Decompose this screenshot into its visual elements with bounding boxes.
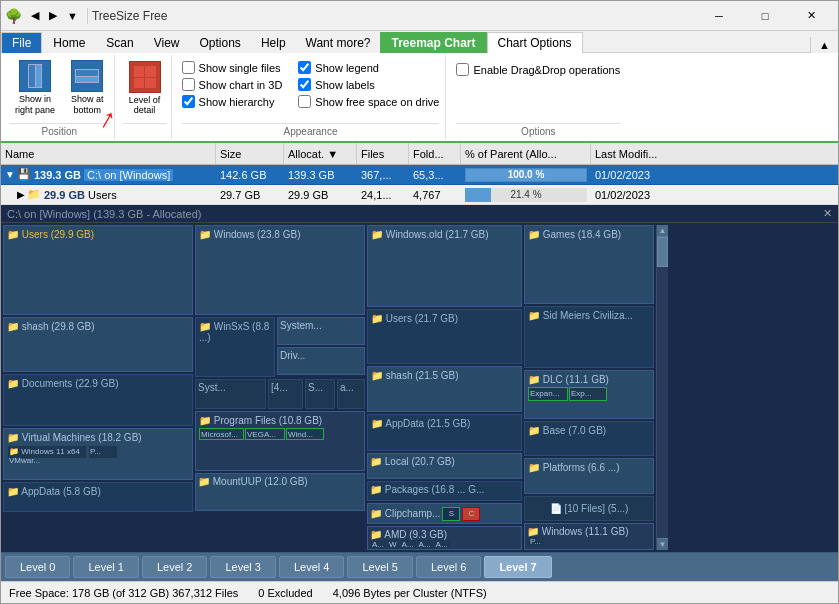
treemap-cell-winsxs[interactable]: 📁 WinSxS (8.8 ...) — [195, 317, 275, 377]
scroll-down-btn[interactable]: ▼ — [657, 538, 668, 550]
show-chart-3d-input[interactable] — [182, 78, 195, 91]
show-single-files-input[interactable] — [182, 61, 195, 74]
tab-help[interactable]: Help — [251, 33, 296, 53]
th-pct[interactable]: % of Parent (Allo... — [461, 143, 591, 164]
treemap-scrollbar[interactable]: ▲ ▼ — [656, 225, 668, 550]
forward-btn[interactable]: ▶ — [44, 7, 62, 24]
tab-options[interactable]: Options — [190, 33, 251, 53]
treemap-cell-mountuup[interactable]: 📁 MountUUP (12.0 GB) — [195, 473, 365, 511]
status-free-space: Free Space: 178 GB (of 312 GB) 367,312 F… — [9, 587, 238, 599]
close-btn[interactable]: ✕ — [788, 1, 834, 31]
treemap-cell-platforms[interactable]: 📁 Platforms (6.6 ...) — [524, 458, 654, 494]
show-right-pane-btn[interactable]: Show inright pane — [9, 56, 61, 120]
treemap-cell-users2[interactable]: 📁 Users (21.7 GB) — [367, 309, 522, 364]
main-window: 🌳 ◀ ▶ ▼ TreeSize Free ─ □ ✕ File Home Sc… — [0, 0, 839, 604]
treemap-cell-vms[interactable]: 📁 Virtual Machines (18.2 GB) 📁 Windows 1… — [3, 428, 193, 480]
cell-games-label: 📁 Games (18.4 GB) — [528, 229, 650, 240]
title-bar: 🌳 ◀ ▶ ▼ TreeSize Free ─ □ ✕ — [1, 1, 838, 31]
treemap-cell-driv[interactable]: Driv... — [277, 347, 365, 375]
position-group-label: Position — [9, 123, 110, 139]
status-excluded: 0 Excluded — [258, 587, 312, 599]
level-4-btn[interactable]: Level 4 — [279, 556, 344, 578]
mountuup-label: 📁 MountUUP (12.0 GB) — [198, 476, 362, 508]
cell-dlc-label: 📁 DLC (11.1 GB) — [528, 374, 650, 385]
enable-dragdrop-check[interactable]: Enable Drag&Drop operations — [456, 63, 620, 76]
level-6-btn[interactable]: Level 6 — [416, 556, 481, 578]
table-row-users[interactable]: ▶ 📁 29.9 GB Users 29.7 GB 29.9 GB 24,1..… — [1, 185, 838, 205]
table-row-drive[interactable]: ▼ 💾 139.3 GB C:\ on [Windows] 142.6 GB 1… — [1, 165, 838, 185]
show-at-bottom-btn[interactable]: Show atbottom — [65, 56, 110, 120]
treemap-cell-syst[interactable]: Syst... — [195, 379, 266, 409]
level-2-btn[interactable]: Level 2 — [142, 556, 207, 578]
treemap-cell-shash2[interactable]: 📁 shash (21.5 GB) — [367, 366, 522, 412]
users-expand-icon[interactable]: ▶ — [17, 189, 25, 200]
show-labels-input[interactable] — [298, 78, 311, 91]
tab-want-more[interactable]: Want more? — [296, 33, 381, 53]
level-7-btn[interactable]: Level 7 — [484, 556, 551, 578]
enable-dragdrop-input[interactable] — [456, 63, 469, 76]
th-size[interactable]: Size — [216, 143, 284, 164]
tab-home[interactable]: Home — [42, 32, 96, 53]
show-single-files-check[interactable]: Show single files — [182, 61, 283, 74]
th-folders[interactable]: Fold... — [409, 143, 461, 164]
treemap-cell-progfiles[interactable]: 📁 Program Files (10.8 GB) Microsof... VE… — [195, 411, 365, 471]
treemap-cell-clipchamp[interactable]: 📁 Clipchamp... S C — [367, 503, 522, 523]
treemap-main[interactable]: 📁 Users (29.9 GB) 📁 shash (29.8 GB) 📁 Do… — [1, 223, 838, 552]
level-5-btn[interactable]: Level 5 — [347, 556, 412, 578]
treemap-cell-packages[interactable]: 📁 Packages (16.8 ... G... — [367, 481, 522, 501]
maximize-btn[interactable]: □ — [742, 1, 788, 31]
up-btn[interactable]: ▼ — [62, 8, 83, 24]
scroll-thumb[interactable] — [657, 237, 668, 267]
clip-c: C — [462, 507, 480, 521]
treemap-cell-windowsold[interactable]: 📁 Windows.old (21.7 GB) — [367, 225, 522, 307]
th-files[interactable]: Files — [357, 143, 409, 164]
level-of-detail-btn[interactable]: Level ofdetail — [123, 55, 167, 121]
clip-s: S — [442, 507, 460, 521]
th-name[interactable]: Name — [1, 143, 216, 164]
treemap-cell-users[interactable]: 📁 Users (29.9 GB) — [3, 225, 193, 315]
treemap-cell-s[interactable]: S... — [305, 379, 335, 409]
show-hierarchy-input[interactable] — [182, 95, 195, 108]
show-free-drive-input[interactable] — [298, 95, 311, 108]
tab-chart-options[interactable]: Chart Options — [487, 32, 583, 53]
show-legend-check[interactable]: Show legend — [298, 61, 439, 74]
treemap-cell-sid[interactable]: 📁 Sid Meiers Civiliza... — [524, 306, 654, 368]
show-free-drive-check[interactable]: Show free space on drive — [298, 95, 439, 108]
treemap-cell-base[interactable]: 📁 Base (7.0 GB) — [524, 421, 654, 457]
show-legend-input[interactable] — [298, 61, 311, 74]
show-at-bottom-label: Show atbottom — [71, 94, 104, 116]
treemap-cell-documents[interactable]: 📁 Documents (22.9 GB) — [3, 374, 193, 426]
treemap-cell-windows[interactable]: 📁 Windows (23.8 GB) — [195, 225, 365, 315]
ribbon-collapse-btn[interactable]: ▲ — [810, 37, 838, 53]
tab-treemap-chart[interactable]: Treemap Chart — [380, 32, 486, 53]
treemap-cell-10files[interactable]: 📄 [10 Files] (5...) — [524, 496, 654, 521]
treemap-cell-4[interactable]: [4... — [268, 379, 303, 409]
level-0-btn[interactable]: Level 0 — [5, 556, 70, 578]
back-btn[interactable]: ◀ — [26, 7, 44, 24]
tab-file[interactable]: File — [1, 32, 42, 53]
th-modified[interactable]: Last Modifi... — [591, 143, 681, 164]
th-alloc[interactable]: Allocat. ▼ — [284, 143, 357, 164]
treemap-cell-dlc[interactable]: 📁 DLC (11.1 GB) Expan... Exp... — [524, 370, 654, 419]
scroll-up-btn[interactable]: ▲ — [657, 225, 668, 237]
show-labels-check[interactable]: Show labels — [298, 78, 439, 91]
treemap-cell-appdata-small[interactable]: 📁 AppData (5.8 GB) — [3, 482, 193, 512]
level-3-btn[interactable]: Level 3 — [210, 556, 275, 578]
options-checks: Enable Drag&Drop operations — [456, 55, 620, 121]
treemap-cell-games[interactable]: 📁 Games (18.4 GB) — [524, 225, 654, 304]
expand-icon[interactable]: ▼ — [5, 169, 15, 180]
show-chart-3d-check[interactable]: Show chart in 3D — [182, 78, 283, 91]
minimize-btn[interactable]: ─ — [696, 1, 742, 31]
treemap-cell-system-sub[interactable]: System... — [277, 317, 365, 345]
tab-scan[interactable]: Scan — [96, 33, 143, 53]
treemap-cell-windows-sub[interactable]: 📁 Windows (11.1 GB) P... — [524, 523, 654, 550]
treemap-cell-a[interactable]: a... — [337, 379, 365, 409]
treemap-close-btn[interactable]: ✕ — [823, 207, 832, 220]
show-hierarchy-check[interactable]: Show hierarchy — [182, 95, 283, 108]
tab-view[interactable]: View — [144, 33, 190, 53]
treemap-cell-appdata[interactable]: 📁 AppData (21.5 GB) — [367, 414, 522, 451]
treemap-cell-amd[interactable]: 📁 AMD (9.3 GB) A... W A... A... A... — [367, 526, 522, 550]
treemap-cell-shash[interactable]: 📁 shash (29.8 GB) — [3, 317, 193, 372]
treemap-cell-local[interactable]: 📁 Local (20.7 GB) — [367, 453, 522, 479]
level-1-btn[interactable]: Level 1 — [73, 556, 138, 578]
